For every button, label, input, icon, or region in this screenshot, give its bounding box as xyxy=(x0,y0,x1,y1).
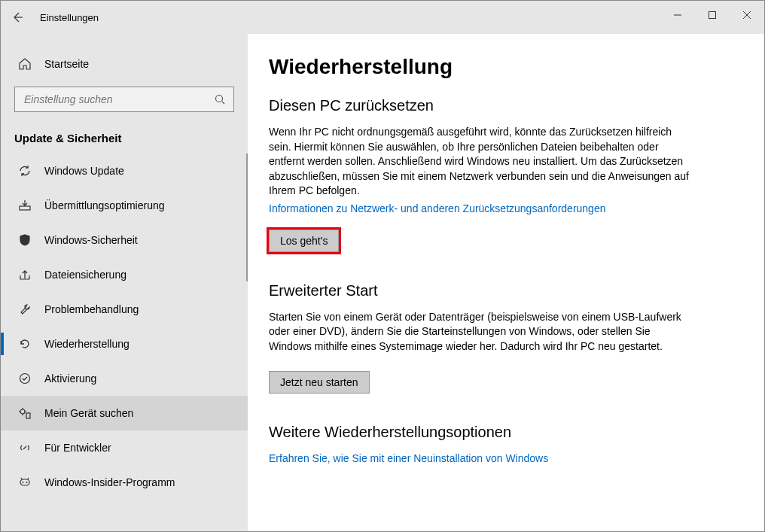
back-button[interactable] xyxy=(1,1,34,34)
sidebar-item-label: Für Entwickler xyxy=(32,442,111,454)
sidebar-item-label: Windows-Sicherheit xyxy=(32,234,138,246)
sidebar-item-label: Aktivierung xyxy=(32,372,96,385)
sidebar-item-backup[interactable]: Dateiensicherung xyxy=(1,257,248,292)
window-title: Einstellungen xyxy=(34,12,99,23)
svg-point-8 xyxy=(20,409,25,414)
reset-requirements-link[interactable]: Informationen zu Netzwerk- und anderen Z… xyxy=(269,202,690,216)
sidebar-nav: Windows Update Übermittlungsoptimierung … xyxy=(1,154,248,500)
reset-heading: Diesen PC zurücksetzen xyxy=(269,97,734,114)
close-button[interactable] xyxy=(730,3,764,27)
advanced-startup-heading: Erweiterter Start xyxy=(269,282,734,299)
sidebar: Startseite Update & Sicherheit Windows U… xyxy=(1,34,248,531)
minimize-button[interactable] xyxy=(660,3,695,27)
search-input[interactable] xyxy=(23,93,214,106)
sidebar-item-windows-security[interactable]: Windows-Sicherheit xyxy=(1,223,248,257)
sidebar-item-recovery[interactable]: Wiederherstellung xyxy=(1,327,248,361)
sidebar-item-delivery-optimization[interactable]: Übermittlungsoptimierung xyxy=(1,188,248,223)
restart-now-button[interactable]: Jetzt neu starten xyxy=(269,371,370,394)
page-title: Wiederherstellung xyxy=(269,55,734,79)
delivery-icon xyxy=(17,199,32,212)
recovery-icon xyxy=(17,337,32,351)
check-circle-icon xyxy=(17,372,32,385)
svg-point-11 xyxy=(23,482,24,483)
search-icon xyxy=(214,93,226,105)
svg-point-4 xyxy=(216,96,223,102)
svg-line-5 xyxy=(222,102,224,104)
sidebar-item-windows-update[interactable]: Windows Update xyxy=(1,154,248,188)
sidebar-item-label: Problembehandlung xyxy=(32,303,139,315)
fresh-install-link[interactable]: Erfahren Sie, wie Sie mit einer Neuinsta… xyxy=(269,451,690,466)
sidebar-item-label: Wiederherstellung xyxy=(32,338,130,350)
developer-icon xyxy=(17,441,32,454)
sidebar-item-label: Mein Gerät suchen xyxy=(32,407,133,419)
sidebar-item-label: Dateiensicherung xyxy=(32,269,126,281)
sidebar-item-find-my-device[interactable]: Mein Gerät suchen xyxy=(1,396,248,430)
search-box[interactable] xyxy=(14,87,234,112)
svg-rect-10 xyxy=(20,479,29,485)
insider-icon xyxy=(17,476,32,489)
svg-rect-1 xyxy=(709,12,716,19)
home-icon xyxy=(17,57,32,71)
main-content: Wiederherstellung Diesen PC zurücksetzen… xyxy=(248,34,764,531)
sidebar-item-label: Windows-Insider-Programm xyxy=(32,476,175,488)
svg-rect-6 xyxy=(20,206,30,210)
advanced-startup-description: Starten Sie von einem Gerät oder Datentr… xyxy=(269,310,690,354)
sidebar-item-activation[interactable]: Aktivierung xyxy=(1,361,248,396)
sidebar-item-troubleshoot[interactable]: Problembehandlung xyxy=(1,292,248,327)
sidebar-item-label: Übermittlungsoptimierung xyxy=(32,199,165,211)
sync-icon xyxy=(17,164,32,178)
svg-point-7 xyxy=(20,374,30,384)
sidebar-item-windows-insider[interactable]: Windows-Insider-Programm xyxy=(1,465,248,500)
reset-description: Wenn Ihr PC nicht ordnungsgemäß ausgefüh… xyxy=(269,125,690,199)
shield-icon xyxy=(17,233,32,247)
backup-icon xyxy=(17,268,32,281)
wrench-icon xyxy=(17,302,32,316)
sidebar-home[interactable]: Startseite xyxy=(1,49,248,79)
reset-get-started-button[interactable]: Los geht's xyxy=(269,230,339,252)
sidebar-home-label: Startseite xyxy=(32,58,89,70)
svg-point-12 xyxy=(26,482,28,483)
svg-rect-9 xyxy=(26,413,30,418)
more-recovery-heading: Weitere Wiederherstellungsoptionen xyxy=(269,424,734,441)
maximize-button[interactable] xyxy=(695,3,730,27)
sidebar-item-for-developers[interactable]: Für Entwickler xyxy=(1,430,248,465)
find-device-icon xyxy=(17,406,32,420)
sidebar-section-title: Update & Sicherheit xyxy=(1,112,248,154)
sidebar-item-label: Windows Update xyxy=(32,165,124,177)
